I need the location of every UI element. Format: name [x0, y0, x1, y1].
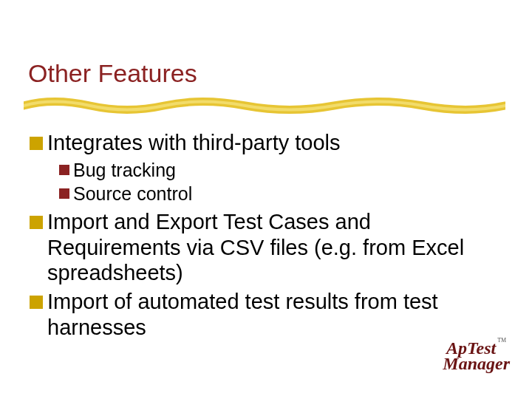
square-bullet-icon — [30, 216, 43, 229]
logo-line2: Manager — [443, 355, 510, 372]
bullet-level2: Bug tracking — [59, 159, 502, 181]
square-bullet-icon — [30, 137, 43, 150]
bullet-level1: Import and Export Test Cases and Require… — [30, 209, 502, 286]
title-underline — [24, 95, 505, 117]
trademark-symbol: TM — [497, 337, 506, 344]
title-wrap: Other Features — [28, 61, 197, 86]
bullet-text: Import of automated test results from te… — [47, 289, 502, 341]
bullet-text: Source control — [73, 183, 192, 205]
slide-title: Other Features — [28, 61, 197, 86]
aptest-manager-logo: ApTestTM Manager — [443, 340, 510, 372]
bullet-text: Integrates with third-party tools — [47, 130, 341, 156]
bullet-level1: Import of automated test results from te… — [30, 289, 502, 341]
content-body: Integrates with third-party tools Bug tr… — [30, 130, 502, 344]
square-bullet-icon — [30, 296, 43, 309]
square-bullet-icon — [59, 165, 69, 175]
bullet-level2: Source control — [59, 183, 502, 205]
slide: Other Features Integrates with third-par… — [0, 0, 532, 399]
bullet-level1: Integrates with third-party tools — [30, 130, 502, 156]
bullet-text: Import and Export Test Cases and Require… — [47, 209, 502, 286]
logo-line1: ApTest — [446, 338, 496, 358]
bullet-text: Bug tracking — [73, 159, 176, 181]
square-bullet-icon — [59, 188, 69, 199]
